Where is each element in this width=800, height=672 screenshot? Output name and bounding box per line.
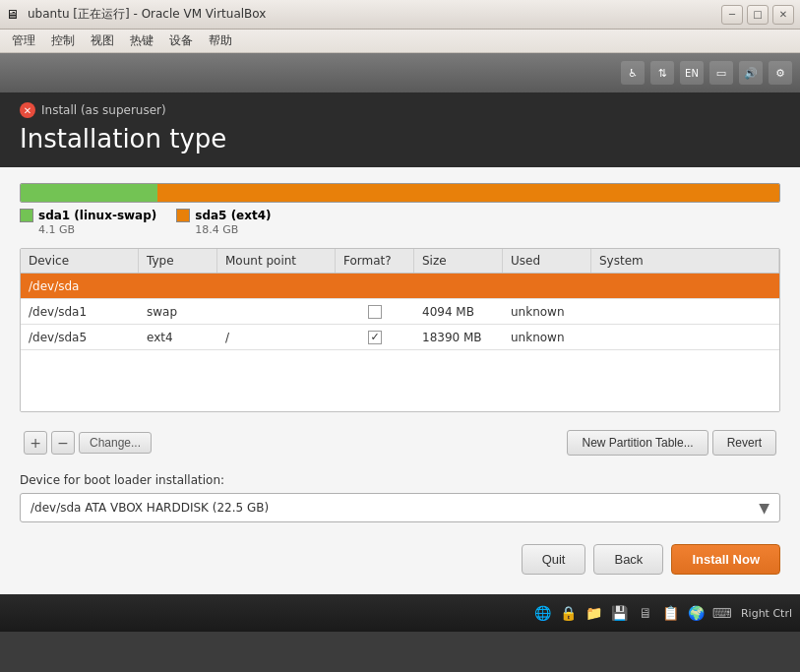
legend-color-sda1 [20,209,33,222]
superuser-label: ✕ Install (as superuser) [20,102,780,118]
col-device: Device [21,249,139,273]
col-used: Used [503,249,591,273]
partition-segment-sda5 [157,184,779,202]
legend-size-sda5: 18.4 GB [195,223,271,236]
window-title: ubantu [正在运行] - Oracle VM VirtualBox [28,6,721,23]
page-title: Installation type [20,124,780,153]
cell-format-sda1[interactable] [336,301,414,323]
header-bar: ✕ Install (as superuser) Installation ty… [0,92,800,167]
cell-mount-sda5: / [217,327,336,348]
back-button[interactable]: Back [593,544,663,575]
checkbox-sda5[interactable] [368,331,382,344]
settings-icon[interactable]: ⚙ [769,61,792,85]
accessibility-icon[interactable]: ♿ [621,61,645,85]
bottom-buttons: Quit Back Install Now [20,534,780,579]
taskbar-icon-3: 📁 [584,602,605,624]
partition-bar-container: sda1 (linux-swap) 4.1 GB sda5 (ext4) 18.… [20,183,780,236]
cell-size-sda5: 18390 MB [414,327,503,348]
table-row[interactable]: /dev/sda5 ext4 / 18390 MB unknown [21,325,779,350]
cell-used-sda1: unknown [503,301,591,323]
legend-label-sda1: sda1 (linux-swap) [38,209,156,222]
bootloader-select[interactable]: /dev/sda ATA VBOX HARDDISK (22.5 GB) ▼ [20,493,780,522]
battery-icon[interactable]: ▭ [709,61,733,85]
quit-button[interactable]: Quit [522,544,586,575]
taskbar-icon-4: 💾 [609,602,631,624]
new-partition-table-button[interactable]: New Partition Table... [567,430,708,456]
cell-system-sda5 [591,334,779,341]
taskbar-icon-7: 🌍 [686,602,708,624]
add-partition-button[interactable]: + [24,431,47,455]
cell-device-sda1: /dev/sda1 [21,301,139,323]
cell-system-sda1 [591,308,779,316]
maximize-button[interactable]: □ [747,5,769,25]
cell-type-sda1: swap [139,301,217,323]
legend-sda1: sda1 (linux-swap) 4.1 GB [20,209,156,236]
keyboard-lang-icon[interactable]: EN [680,61,704,85]
col-mount: Mount point [217,249,336,273]
menu-item-view[interactable]: 视图 [83,31,122,51]
partition-table: Device Type Mount point Format? Size Use… [20,248,780,412]
superuser-text: Install (as superuser) [41,103,166,117]
legend-color-sda5 [176,209,190,222]
table-toolbar: + − Change... New Partition Table... Rev… [20,424,780,461]
network-icon[interactable]: ⇅ [650,61,674,85]
titlebar-buttons: ─ □ ✕ [721,5,794,25]
taskbar-icon-2: 🔒 [558,602,580,624]
remove-partition-button[interactable]: − [51,431,75,455]
cell-used-sda [503,282,591,290]
cell-mount-sda1 [217,308,336,316]
legend-sda5: sda5 (ext4) 18.4 GB [176,209,271,236]
cell-type-sda5: ext4 [139,327,217,348]
table-header-row: Device Type Mount point Format? Size Use… [21,249,779,274]
col-type: Type [139,249,217,273]
partition-legend: sda1 (linux-swap) 4.1 GB sda5 (ext4) 18.… [20,209,780,236]
legend-label-sda5: sda5 (ext4) [195,209,271,222]
legend-size-sda1: 4.1 GB [38,223,156,236]
right-ctrl-label: Right Ctrl [741,607,792,620]
menubar: 管理 控制 视图 热键 设备 帮助 [0,30,800,53]
col-format: Format? [336,249,414,273]
change-partition-button[interactable]: Change... [79,432,152,454]
titlebar: 🖥 ubantu [正在运行] - Oracle VM VirtualBox ─… [0,0,800,30]
menu-item-manage[interactable]: 管理 [4,31,43,51]
taskbar-icon-8: ⌨ [711,602,733,624]
cell-used-sda5: unknown [503,327,591,348]
volume-icon[interactable]: 🔊 [739,61,763,85]
window-icon: 🖥 [6,7,22,23]
menu-item-hotkey[interactable]: 热键 [122,31,161,51]
cell-type-sda [139,282,217,290]
cell-device-sda5: /dev/sda5 [21,327,139,348]
taskbar-icon-1: 🌐 [532,602,554,624]
superuser-icon: ✕ [20,102,35,118]
cell-size-sda1: 4094 MB [414,301,503,323]
taskbar: 🌐 🔒 📁 💾 🖥 📋 🌍 ⌨ Right Ctrl [0,594,800,632]
install-now-button[interactable]: Install Now [671,544,780,575]
cell-system-sda [591,282,779,290]
main-window: ✕ Install (as superuser) Installation ty… [0,92,800,594]
content-area: sda1 (linux-swap) 4.1 GB sda5 (ext4) 18.… [0,167,800,594]
menu-item-help[interactable]: 帮助 [201,31,240,51]
revert-button[interactable]: Revert [712,430,776,456]
table-row[interactable]: /dev/sda [21,274,779,299]
close-button[interactable]: ✕ [772,5,794,25]
partition-bar [20,183,780,203]
dropdown-arrow-icon: ▼ [759,500,769,516]
bootloader-value: /dev/sda ATA VBOX HARDDISK (22.5 GB) [31,501,269,515]
table-body: /dev/sda /dev/sda1 swap 4094 MB [21,274,779,411]
systray: ♿ ⇅ EN ▭ 🔊 ⚙ [0,53,800,92]
cell-mount-sda [217,282,336,290]
cell-size-sda [414,282,503,290]
menu-item-devices[interactable]: 设备 [161,31,201,51]
taskbar-icon-6: 📋 [660,602,682,624]
bootloader-label: Device for boot loader installation: [20,473,780,487]
partition-segment-sda1 [21,184,157,202]
minimize-button[interactable]: ─ [721,5,743,25]
menu-item-control[interactable]: 控制 [43,31,83,51]
checkbox-sda1[interactable] [368,305,382,319]
taskbar-icon-5: 🖥 [635,602,656,624]
col-size: Size [414,249,503,273]
cell-format-sda [336,282,414,290]
bootloader-section: Device for boot loader installation: /de… [20,473,780,522]
cell-format-sda5[interactable] [336,327,414,348]
table-row[interactable]: /dev/sda1 swap 4094 MB unknown [21,299,779,325]
